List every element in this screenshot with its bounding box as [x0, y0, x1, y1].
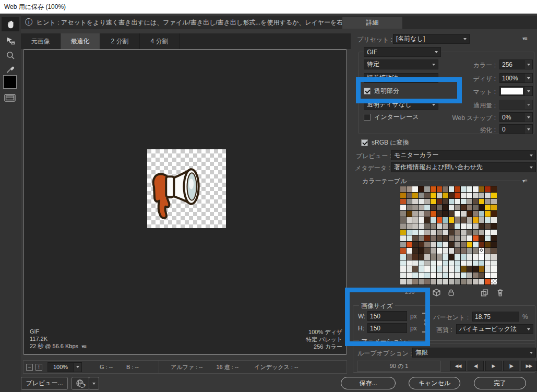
color-swatch[interactable] [449, 235, 455, 241]
color-swatch[interactable] [431, 199, 436, 205]
color-swatch[interactable] [400, 235, 406, 241]
color-swatch[interactable] [479, 266, 485, 272]
color-swatch[interactable] [491, 211, 497, 217]
color-swatch[interactable] [443, 223, 448, 229]
color-swatch[interactable] [437, 260, 443, 266]
delete-color-icon[interactable] [496, 288, 505, 299]
color-swatch[interactable] [443, 211, 448, 217]
color-swatch[interactable] [424, 242, 430, 247]
loop-options-select[interactable]: 無限 [412, 348, 536, 358]
color-swatch[interactable] [473, 242, 479, 247]
color-swatch[interactable] [485, 254, 491, 260]
color-swatch[interactable] [419, 260, 424, 266]
transparency-dither-select[interactable]: 透明ディザなし [364, 100, 438, 110]
color-swatch[interactable] [461, 193, 467, 198]
color-swatch[interactable] [455, 205, 460, 210]
color-swatch[interactable] [467, 248, 473, 254]
color-swatch[interactable] [449, 193, 455, 198]
color-swatch[interactable] [479, 223, 485, 229]
color-swatch[interactable] [485, 248, 491, 254]
color-swatch[interactable] [443, 205, 448, 210]
color-swatch[interactable] [424, 235, 430, 241]
color-swatch[interactable] [443, 260, 448, 266]
color-swatch[interactable] [485, 223, 491, 229]
color-swatch[interactable] [461, 248, 467, 254]
color-swatch[interactable] [467, 223, 473, 229]
color-swatch[interactable] [412, 205, 418, 210]
tab-4up[interactable]: 4 分割 [140, 33, 180, 49]
color-swatch[interactable] [461, 199, 467, 205]
browser-select-chevron[interactable] [89, 377, 99, 390]
color-swatch[interactable] [443, 266, 448, 272]
color-swatch[interactable] [443, 235, 448, 241]
color-swatch[interactable] [455, 242, 460, 247]
color-swatch[interactable] [467, 279, 473, 284]
color-swatch[interactable] [443, 186, 448, 192]
preview-alert-icon[interactable]: ! [35, 364, 42, 371]
color-swatch[interactable] [455, 248, 460, 254]
color-swatch[interactable] [461, 217, 467, 223]
color-swatch[interactable] [424, 260, 430, 266]
color-swatch[interactable] [407, 205, 412, 210]
eyedropper-color-swatch[interactable] [3, 75, 17, 89]
color-swatch[interactable] [407, 193, 412, 198]
color-swatch[interactable] [473, 199, 479, 205]
color-swatch[interactable] [424, 254, 430, 260]
color-swatch[interactable] [491, 199, 497, 205]
color-swatch[interactable] [407, 260, 412, 266]
color-swatch[interactable] [473, 211, 479, 217]
color-swatch[interactable] [437, 235, 443, 241]
color-swatch[interactable] [491, 223, 497, 229]
color-swatch[interactable] [467, 230, 473, 235]
color-swatch[interactable] [400, 186, 406, 192]
color-swatch[interactable] [455, 230, 460, 235]
color-swatch[interactable] [437, 217, 443, 223]
color-swatch[interactable] [431, 217, 436, 223]
color-swatch[interactable] [431, 186, 436, 192]
color-swatch[interactable] [461, 211, 467, 217]
done-button[interactable]: 完了 [474, 377, 526, 389]
color-swatch[interactable] [412, 211, 418, 217]
dither-field[interactable]: 100% [499, 73, 533, 83]
color-swatch[interactable] [437, 242, 443, 247]
color-swatch[interactable] [419, 254, 424, 260]
save-button[interactable]: 保存... [341, 377, 396, 389]
web-shift-icon[interactable] [432, 288, 441, 299]
color-swatch[interactable] [424, 223, 430, 229]
color-swatch[interactable] [491, 266, 497, 272]
preview-mode-select[interactable]: モニターカラー [391, 150, 536, 160]
color-swatch[interactable] [473, 205, 479, 210]
color-swatch[interactable] [485, 235, 491, 241]
color-swatch[interactable] [467, 199, 473, 205]
format-select[interactable]: GIF [364, 47, 441, 57]
color-swatch[interactable] [431, 205, 436, 210]
color-swatch[interactable] [431, 248, 436, 254]
color-swatch[interactable] [412, 254, 418, 260]
link-dimensions-icon[interactable] [421, 312, 429, 335]
color-swatch[interactable] [431, 254, 436, 260]
last-frame-button[interactable]: ▶▶ [521, 361, 537, 371]
color-swatch[interactable] [400, 230, 406, 235]
color-swatch[interactable] [437, 230, 443, 235]
color-swatch[interactable] [479, 235, 485, 241]
color-swatch[interactable] [424, 211, 430, 217]
color-swatch[interactable] [473, 223, 479, 229]
color-swatch[interactable] [461, 223, 467, 229]
websnap-field[interactable]: 0% [499, 112, 533, 122]
color-swatch[interactable] [400, 193, 406, 198]
color-swatch[interactable] [449, 279, 455, 284]
color-swatch[interactable] [473, 235, 479, 241]
color-swatch[interactable] [467, 254, 473, 260]
toggle-slices-icon[interactable] [3, 93, 17, 103]
color-swatch[interactable] [491, 230, 497, 235]
color-swatch[interactable] [461, 254, 467, 260]
dither-algorithm-select[interactable]: 誤差拡散法 [364, 73, 438, 83]
color-swatch[interactable] [407, 199, 412, 205]
color-swatch[interactable] [479, 254, 485, 260]
color-swatch[interactable] [461, 242, 467, 247]
color-swatch[interactable] [400, 242, 406, 247]
color-swatch[interactable] [437, 223, 443, 229]
color-swatch[interactable] [479, 248, 485, 254]
color-swatch[interactable] [400, 199, 406, 205]
color-swatch[interactable] [400, 260, 406, 266]
